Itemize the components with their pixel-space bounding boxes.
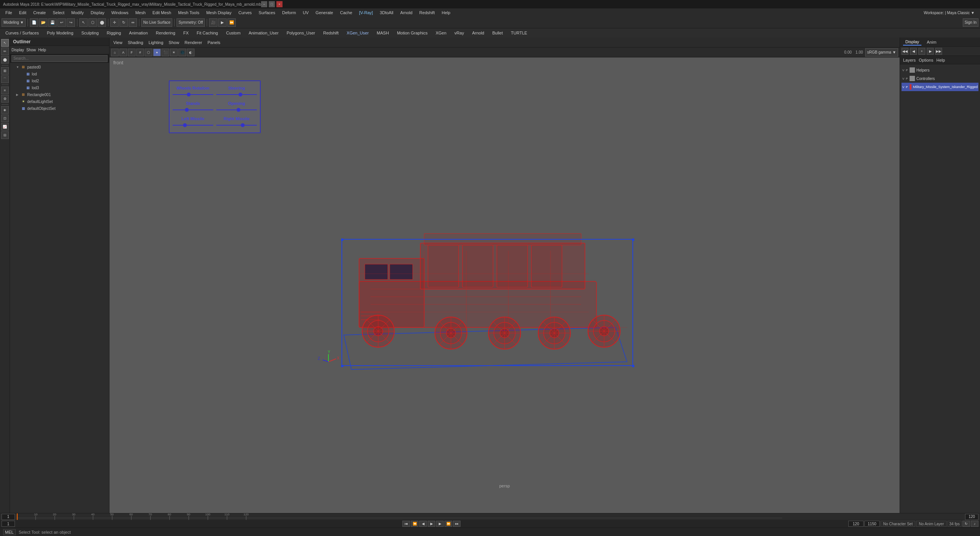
sign-in-btn[interactable]: Sign In (963, 18, 978, 27)
rpc-next-btn[interactable]: ▶▶ (935, 48, 942, 55)
lights-btn[interactable]: ☀ (170, 49, 178, 56)
rotate-btn[interactable]: ↻ (119, 18, 128, 27)
tab-vray[interactable]: vRay (451, 29, 468, 37)
menu-display[interactable]: Display (88, 10, 108, 16)
lasso-btn[interactable]: ⬡ (88, 18, 97, 27)
tab-motion-graphics[interactable]: Motion Graphics (393, 29, 431, 37)
vp-show[interactable]: Show (167, 39, 182, 46)
start-frame-input[interactable] (2, 514, 15, 520)
scale-btn[interactable]: ⇔ (129, 18, 137, 27)
open-scene-btn[interactable]: 📂 (39, 18, 47, 27)
artisan-btn[interactable]: ⬤ (1, 56, 9, 64)
layer-controllers[interactable]: V P Controllers (902, 74, 978, 83)
tree-item-defaultlightset[interactable]: ☀ defaultLightSet (10, 98, 109, 105)
play-btn[interactable]: ▶ (428, 521, 435, 527)
rpc-add-btn[interactable]: + (918, 48, 925, 55)
rps-options[interactable]: Options (919, 58, 933, 62)
tab-xgen[interactable]: XGen (432, 29, 450, 37)
menu-modify[interactable]: Modify (68, 10, 87, 16)
tab-curves-surfaces[interactable]: Curves / Surfaces (2, 29, 42, 37)
tab-rendering[interactable]: Rendering (152, 29, 179, 37)
wireframe-btn[interactable]: ⬡ (145, 49, 152, 56)
menu-mesh-tools[interactable]: Mesh Tools (175, 10, 202, 16)
menu-uv[interactable]: UV (300, 10, 312, 16)
tab-animation-user[interactable]: Animation_User (245, 29, 282, 37)
vp-shading[interactable]: Shading (126, 39, 145, 46)
new-scene-btn[interactable]: 📄 (30, 18, 38, 27)
tab-sculpting[interactable]: Sculpting (78, 29, 103, 37)
tab-animation[interactable]: Animation (125, 29, 152, 37)
menu-mesh-display[interactable]: Mesh Display (203, 10, 235, 16)
tab-arnold[interactable]: Arnold (468, 29, 488, 37)
menu-redshift[interactable]: Redshift (416, 10, 438, 16)
tab-fx[interactable]: FX (180, 29, 193, 37)
camera-home-btn[interactable]: ⌂ (111, 49, 119, 56)
menu-vray[interactable]: [V-Ray] (356, 10, 376, 16)
rpc-left-btn[interactable]: ◀ (910, 48, 917, 55)
close-button[interactable]: × (276, 1, 283, 7)
viewport[interactable]: View Shading Lighting Show Renderer Pane… (109, 38, 900, 513)
tab-poly-modeling[interactable]: Poly Modeling (43, 29, 77, 37)
menu-edit[interactable]: Edit (16, 10, 29, 16)
menu-arnold[interactable]: Arnold (397, 10, 416, 16)
rp-tab-anim[interactable]: Anim (924, 39, 939, 45)
tab-mash[interactable]: MASH (373, 29, 393, 37)
end-frame-input[interactable] (965, 514, 978, 520)
menu-help[interactable]: Help (439, 10, 454, 16)
paint-select-btn[interactable]: ⬤ (98, 18, 106, 27)
outliner-show[interactable]: Show (26, 48, 36, 52)
menu-mesh[interactable]: Mesh (132, 10, 149, 16)
tree-item-defaultobjectset[interactable]: ▦ defaultObjectSet (10, 105, 109, 112)
prev-key-btn[interactable]: ⏪ (411, 521, 418, 527)
menu-surfaces[interactable]: Surfaces (256, 10, 278, 16)
menu-generate[interactable]: Generate (312, 10, 336, 16)
tab-polygons-user[interactable]: Polygons_User (283, 29, 319, 37)
snap-grid-btn[interactable]: ⊞ (1, 67, 9, 75)
ipr-btn[interactable]: ⏩ (227, 18, 236, 27)
mode-dropdown[interactable]: Modeling ▼ (2, 18, 26, 27)
menu-3dtoall[interactable]: 3DtoAll (377, 10, 396, 16)
paint-tool-btn[interactable]: ✏ (1, 47, 9, 55)
maximize-button[interactable]: □ (269, 1, 275, 7)
vp-panels[interactable]: Panels (205, 39, 223, 46)
tree-item-pasted0[interactable]: ▼ ⊞ pasted0 (10, 64, 109, 70)
ao-btn[interactable]: ◐ (187, 49, 194, 56)
dope-sheet-btn[interactable]: ⊟ (1, 131, 9, 139)
tab-turtle[interactable]: TURTLE (507, 29, 531, 37)
tab-xgen-user[interactable]: XGen_User (343, 29, 372, 37)
ruler-area[interactable]: 10 20 30 40 50 60 70 80 90 100 110 120 (16, 513, 964, 520)
camera-btn[interactable]: 🎥 (209, 18, 217, 27)
next-frame-btn[interactable]: ▶ (436, 521, 444, 527)
menu-select[interactable]: Select (50, 10, 68, 16)
range-end-input[interactable] (848, 521, 864, 527)
vp-lighting[interactable]: Lighting (146, 39, 166, 46)
move-btn[interactable]: ✛ (110, 18, 119, 27)
menu-deform[interactable]: Deform (279, 10, 299, 16)
timeline-ruler[interactable]: 10 20 30 40 50 60 70 80 90 100 110 120 (0, 513, 980, 520)
mel-tag[interactable]: MEL (3, 529, 16, 535)
no-live-surface[interactable]: No Live Surface (141, 18, 172, 27)
go-end-btn[interactable]: ⏭ (453, 521, 461, 527)
undo-btn[interactable]: ↩ (57, 18, 66, 27)
current-frame-input[interactable] (2, 521, 15, 527)
tab-rigging[interactable]: Rigging (103, 29, 125, 37)
render-btn[interactable]: ▶ (218, 18, 227, 27)
graph-editor-btn[interactable]: 📈 (1, 123, 9, 131)
tab-bullet[interactable]: Bullet (488, 29, 507, 37)
outliner-help[interactable]: Help (38, 48, 46, 52)
outliner-display[interactable]: Display (11, 48, 24, 52)
vp-view[interactable]: View (111, 39, 125, 46)
tree-item-rectangle001[interactable]: ▶ ⊞ Rectangle001 (10, 91, 109, 98)
minimize-button[interactable]: − (261, 1, 267, 7)
tab-custom[interactable]: Custom (222, 29, 244, 37)
menu-curves[interactable]: Curves (235, 10, 255, 16)
menu-edit-mesh[interactable]: Edit Mesh (149, 10, 174, 16)
render-settings-btn[interactable]: ⚙ (1, 95, 9, 103)
tab-fit-caching[interactable]: Fit Caching (193, 29, 222, 37)
layout-btn[interactable]: ⊡ (1, 114, 9, 122)
search-input[interactable] (11, 55, 108, 62)
go-start-btn[interactable]: ⏮ (402, 521, 410, 527)
rps-help[interactable]: Help (936, 58, 945, 62)
next-key-btn[interactable]: ⏩ (444, 521, 452, 527)
rp-tab-display[interactable]: Display (903, 39, 921, 46)
